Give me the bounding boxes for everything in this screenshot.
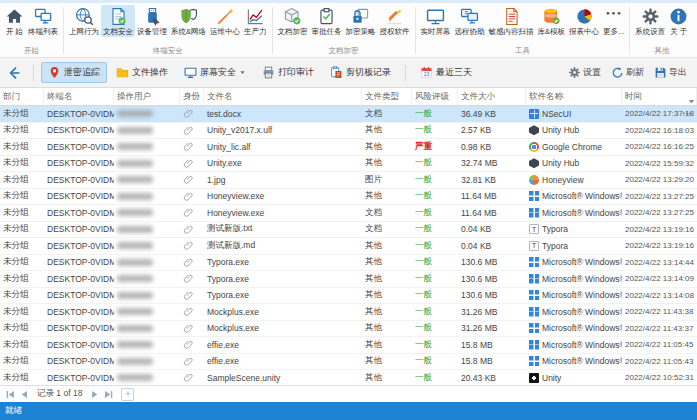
toolbar-item-label: 打印审计 [278,66,314,79]
cell-filesize: 36.49 KB [458,106,526,122]
calendar-23-icon: 23 [420,66,433,79]
cell-time: 2022/4/22 16:16:25 [622,139,697,155]
table-row[interactable]: 未分组DESKTOP-0VIDMDJTypora.exe其他一般130.6 MB… [0,271,697,288]
cell-attach [180,271,204,287]
cell-risk: 一般 [412,370,458,385]
ribbon-item-home[interactable]: 开 始 [3,5,26,37]
column-header-file[interactable]: 文件名 [204,88,362,105]
ribbon-item-web-behavior[interactable]: 上网行为 [67,5,101,37]
table-row[interactable]: 未分组DESKTOP-0VIDMDJUnity_v2017.x.ulf其他一般2… [0,123,697,140]
ribbon-item-label: 运维中心 [210,27,240,36]
shield-icon [179,7,198,26]
ribbon-item-encrypt-policy[interactable]: 加密策略 [344,5,378,37]
cell-risk: 一般 [412,288,458,304]
column-header-app[interactable]: 软件名称 [526,88,622,105]
cell-filesize: 0.04 KB [458,238,526,254]
header-filter-icon[interactable] [687,92,696,101]
toolbar-item-recent-3-days[interactable]: 23最近三天 [413,62,479,83]
toolbar-item-print-audit[interactable]: 打印审计 [255,62,321,83]
ribbon-item-about[interactable]: 关 于 [667,5,690,37]
toolbar-item-screen-security[interactable]: 屏幕安全 [177,62,253,83]
cell-app: Microsoft® Windows® Oper... [526,354,622,370]
table-row[interactable]: 未分组DESKTOP-0VIDMDJ测试新版.md其他一般0.04 KBTTyp… [0,238,697,255]
ribbon-item-live-screen[interactable]: 实时屏幕 [419,5,453,37]
column-header-user[interactable]: 操作用户 [114,88,180,105]
pager-first-button[interactable] [5,389,16,400]
column-header-size[interactable]: 文件大小 [458,88,526,105]
toolbar-item-export[interactable]: 导出 [650,63,691,82]
file-records-grid: 部门终端名操作用户身份文件名文件类型风险评级文件大小软件名称时间 未分组DESK… [0,88,697,385]
app-name: Microsoft® Windows® Oper... [542,356,622,366]
ribbon-item-remote-assist[interactable]: 远程协助 [453,5,487,37]
table-row[interactable]: 未分组DESKTOP-0VIDMDJTypora.exe其他一般130.6 MB… [0,255,697,272]
redacted-user-blob [117,110,153,117]
ribbon-item-report-center[interactable]: 报表中心 [567,5,601,37]
toolbar-item-clipboard-records[interactable]: 剪切板记录 [323,62,398,83]
cell-filetype: 其他 [362,304,412,320]
cell-time: 2022/4/22 16:18:03 [622,123,697,139]
ribbon-item-authorized-software[interactable]: 授权软件 [378,5,412,37]
risk-badge: 一般 [415,289,432,301]
cell-terminal: DESKTOP-0VIDMDJ [44,271,114,287]
column-header-time[interactable]: 时间 [622,88,697,105]
table-row[interactable]: 未分组DESKTOP-0VIDMDJUnity_lic.alf其他严重0.98 … [0,139,697,156]
table-row[interactable]: 未分组DESKTOP-0VIDMDJtest.docx文档一般36.49 KBN… [0,106,697,123]
toolbar-item-file-operations[interactable]: 文件操作 [109,62,175,83]
toolbar-item-label: 屏幕安全 [200,66,236,79]
table-row[interactable]: 未分组DESKTOP-0VIDMDJUnity.exe其他一般32.74 MBU… [0,156,697,173]
ribbon-item-system-settings[interactable]: 系统设置 [633,5,667,37]
ribbon-item-approval-tasks[interactable]: 审批任务 [310,5,344,37]
ribbon-item-document-security[interactable]: 文档安全 [101,5,135,37]
cell-app: Google Chrome [526,139,622,155]
table-row[interactable]: 未分组DESKTOP-0VIDMDJ1.jpg图片一般32.81 KBHoney… [0,172,697,189]
ribbon-item-more[interactable]: 更多... [601,5,626,37]
ribbon-item-terminal-list[interactable]: 终端列表 [26,5,60,37]
column-header-risk[interactable]: 风险评级 [412,88,458,105]
cell-terminal: DESKTOP-0VIDMDJ [44,189,114,205]
ribbon-group-start: 开 始终端列表开始 [1,4,62,57]
column-header-dept[interactable]: 部门 [0,88,44,105]
risk-badge: 一般 [415,322,432,334]
ribbon-item-system-network[interactable]: 系统&网络 [169,5,208,37]
ribbon-item-productivity[interactable]: 生产力 [242,5,269,37]
app-name: NSecUI [542,109,571,119]
table-row[interactable]: 未分组DESKTOP-0VIDMDJSampleScene.unity其他一般2… [0,370,697,385]
cell-filesize: 15.8 MB [458,337,526,353]
gear-icon [641,7,660,26]
table-row[interactable]: 未分组DESKTOP-0VIDMDJHoneyview.exe文档一般11.64… [0,205,697,222]
table-row[interactable]: 未分组DESKTOP-0VIDMDJTypora.exe其他一般130.6 MB… [0,288,697,305]
toolbar-item-settings[interactable]: 设置 [564,63,605,82]
cell-app: Microsoft® Windows® Oper... [526,321,622,337]
table-row[interactable]: 未分组DESKTOP-0VIDMDJMockplus.exe其他一般31.26 … [0,304,697,321]
row-more-button[interactable]: ⋯ [682,106,693,122]
status-ready-label: 就绪 [5,405,22,417]
pager-append-button[interactable]: + [121,388,134,401]
toolbar-item-leak-tracking[interactable]: 泄密追踪 [41,62,107,83]
cell-attach [180,172,204,188]
column-header-attach[interactable]: 身份 [180,88,204,105]
ribbon-item-library-templates[interactable]: 库&模板 [536,5,568,37]
back-button[interactable] [6,65,22,81]
database-icon [542,7,561,26]
unity-app-icon [529,373,539,383]
ribbon-item-device-management[interactable]: 设备管理 [135,5,169,37]
toolbar-item-refresh[interactable]: 刷新 [607,63,648,82]
pager-prev-button[interactable] [19,389,30,400]
column-header-type[interactable]: 文件类型 [362,88,412,105]
cell-app: Microsoft® Windows® Oper... [526,288,622,304]
table-row[interactable]: 未分组DESKTOP-0VIDMDJMockplus.exe其他一般31.26 … [0,321,697,338]
cell-dept: 未分组 [0,271,44,287]
cell-risk: 一般 [412,271,458,287]
table-row[interactable]: 未分组DESKTOP-0VIDMDJ测试新版.txt文档一般0.04 KBTTy… [0,222,697,239]
table-row[interactable]: 未分组DESKTOP-0VIDMDJeffie.exe其他一般15.8 MBMi… [0,337,697,354]
cell-time: 2022/4/22 10:52:31 [622,370,697,385]
ribbon-item-sensitive-scan[interactable]: 敏感内容扫描 [487,5,536,37]
ribbon-item-ops-center[interactable]: 运维中心 [208,5,242,37]
ribbon-item-doc-encrypt[interactable]: 文档加密 [276,5,310,37]
folder-icon [116,66,129,79]
table-row[interactable]: 未分组DESKTOP-0VIDMDJHoneyview.exe其他一般11.64… [0,189,697,206]
column-header-terminal[interactable]: 终端名 [44,88,114,105]
pager-last-button[interactable] [103,389,114,400]
pager-next-button[interactable] [89,389,100,400]
table-row[interactable]: 未分组DESKTOP-0VIDMDJeffie.exe其他一般15.8 MBMi… [0,354,697,371]
